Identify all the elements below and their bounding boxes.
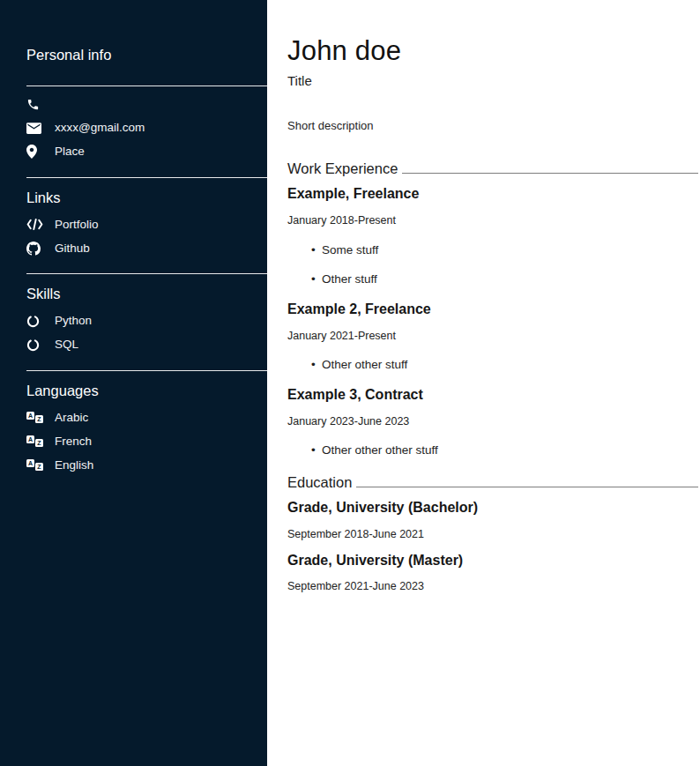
bullet-item: Other stuff — [287, 273, 698, 286]
experience-bullet-list: Other other stuff — [287, 359, 698, 372]
circle-notch-icon — [26, 338, 44, 352]
sidebar-divider — [26, 86, 267, 86]
experience-entry-dates: January 2021-Present — [287, 331, 698, 343]
phone-row — [0, 93, 267, 116]
short-description: Short description — [287, 120, 698, 132]
bullet-item: Other other other stuff — [287, 444, 698, 457]
skills-heading: Skills — [26, 286, 267, 301]
bullet-item: Some stuff — [287, 244, 698, 257]
personal-info-heading: Personal info — [26, 48, 267, 63]
language-icon: AZ — [26, 458, 44, 472]
experience-entry-title: Example 3, Contract — [287, 387, 698, 403]
experience-bullet-list: Some stuff Other stuff — [287, 244, 698, 287]
person-title: Title — [287, 74, 698, 89]
bullet-item: Other other stuff — [287, 359, 698, 372]
sidebar: Personal info xxxx@gmail.com — [0, 0, 267, 766]
education-entry-dates: September 2018-June 2021 — [287, 529, 698, 541]
education-title: Education — [287, 474, 352, 490]
person-name: John doe — [287, 37, 698, 66]
work-experience-title: Work Experience — [287, 160, 398, 176]
phone-icon — [26, 98, 44, 111]
location-row: Place — [0, 140, 267, 164]
skill-label-sql: SQL — [55, 338, 78, 351]
experience-entry-title: Example 2, Freelance — [287, 301, 698, 317]
experience-entry-title: Example, Freelance — [287, 186, 698, 202]
section-rule — [402, 173, 698, 174]
language-icon: AZ — [26, 411, 44, 424]
language-icon: AZ — [26, 435, 44, 448]
location-value: Place — [55, 145, 85, 158]
resume-page: Personal info xxxx@gmail.com — [0, 0, 700, 766]
work-experience-section-heading: Work Experience — [287, 160, 698, 176]
skill-label-python: Python — [55, 315, 92, 327]
language-label-arabic: Arabic — [55, 412, 88, 424]
email-row: xxxx@gmail.com — [0, 116, 267, 140]
circle-notch-icon — [26, 315, 44, 328]
language-label-english: English — [55, 459, 93, 472]
envelope-icon — [26, 123, 44, 134]
main-content: John doe Title Short description Work Ex… — [267, 0, 700, 766]
education-entry-title: Grade, University (Bachelor) — [287, 500, 698, 516]
education-entry-title: Grade, University (Master) — [287, 553, 698, 569]
language-row-english: AZ English — [0, 453, 267, 477]
experience-bullet-list: Other other other stuff — [287, 444, 698, 457]
languages-heading: Languages — [26, 383, 267, 398]
experience-entry-dates: January 2023-June 2023 — [287, 416, 698, 428]
education-entry-dates: September 2021-June 2023 — [287, 581, 698, 593]
code-icon — [26, 219, 44, 230]
email-value[interactable]: xxxx@gmail.com — [55, 122, 145, 134]
language-row-french: AZ French — [0, 429, 267, 453]
sidebar-divider — [26, 273, 267, 274]
language-label-french: French — [55, 435, 92, 448]
skill-row-python: Python — [0, 309, 267, 333]
link-row-portfolio[interactable]: Portfolio — [0, 212, 267, 236]
education-section-heading: Education — [287, 474, 698, 490]
link-label-github[interactable]: Github — [55, 242, 90, 255]
link-label-portfolio[interactable]: Portfolio — [55, 219, 99, 231]
skill-row-sql: SQL — [0, 333, 267, 357]
language-row-arabic: AZ Arabic — [0, 405, 267, 429]
sidebar-divider — [26, 370, 267, 371]
section-rule — [356, 487, 698, 487]
links-heading: Links — [26, 190, 267, 205]
sidebar-divider — [26, 177, 267, 178]
map-marker-icon — [26, 145, 44, 159]
experience-entry-dates: January 2018-Present — [287, 215, 698, 227]
github-icon — [26, 242, 44, 256]
link-row-github[interactable]: Github — [0, 236, 267, 260]
